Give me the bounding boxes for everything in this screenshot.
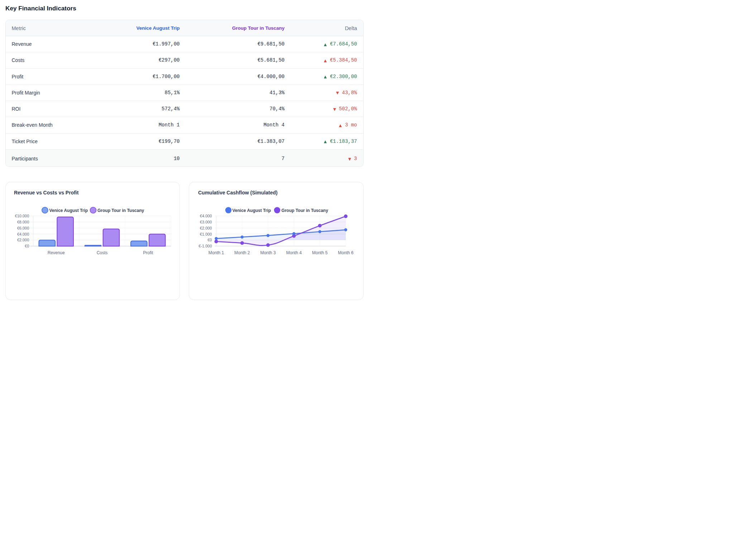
svg-text:Month 1: Month 1 xyxy=(209,250,224,255)
svg-text:€-1.000: €-1.000 xyxy=(198,244,212,248)
svg-text:€4.000: €4.000 xyxy=(200,214,212,218)
svg-text:Group Tour in Tuscany: Group Tour in Tuscany xyxy=(282,208,329,213)
svg-text:Month 2: Month 2 xyxy=(234,250,250,255)
svg-text:€2.000: €2.000 xyxy=(200,226,212,230)
svg-text:Venice August Trip: Venice August Trip xyxy=(233,208,271,213)
svg-text:Month 3: Month 3 xyxy=(260,250,276,255)
svg-text:€2.000: €2.000 xyxy=(17,238,29,242)
svg-text:€1.000: €1.000 xyxy=(200,232,212,236)
svg-text:Revenue: Revenue xyxy=(48,250,65,255)
svg-text:Month 6: Month 6 xyxy=(338,250,354,255)
svg-text:Month 5: Month 5 xyxy=(312,250,328,255)
svg-text:Revenue vs Costs vs Profit: Revenue vs Costs vs Profit xyxy=(14,190,79,195)
svg-text:€3.000: €3.000 xyxy=(200,220,212,224)
svg-text:€0: €0 xyxy=(207,238,212,242)
svg-text:€8.000: €8.000 xyxy=(17,220,29,224)
svg-text:Month 4: Month 4 xyxy=(286,250,302,255)
svg-text:€10.000: €10.000 xyxy=(15,214,29,218)
svg-text:Profit: Profit xyxy=(143,250,153,255)
svg-text:€0: €0 xyxy=(25,244,29,248)
svg-text:€6.000: €6.000 xyxy=(17,226,29,230)
svg-text:Venice August Trip: Venice August Trip xyxy=(49,208,88,213)
svg-text:Cumulative Cashflow (Simulated: Cumulative Cashflow (Simulated) xyxy=(198,190,278,195)
svg-text:€4.000: €4.000 xyxy=(17,232,29,236)
svg-text:Costs: Costs xyxy=(97,250,108,255)
svg-text:Group Tour in Tuscany: Group Tour in Tuscany xyxy=(97,208,144,213)
